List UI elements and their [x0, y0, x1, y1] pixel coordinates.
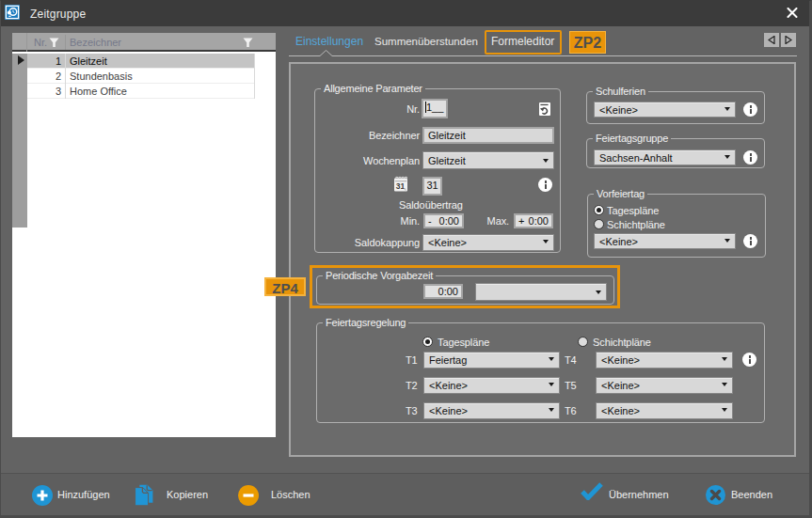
- svg-text:31: 31: [396, 181, 406, 191]
